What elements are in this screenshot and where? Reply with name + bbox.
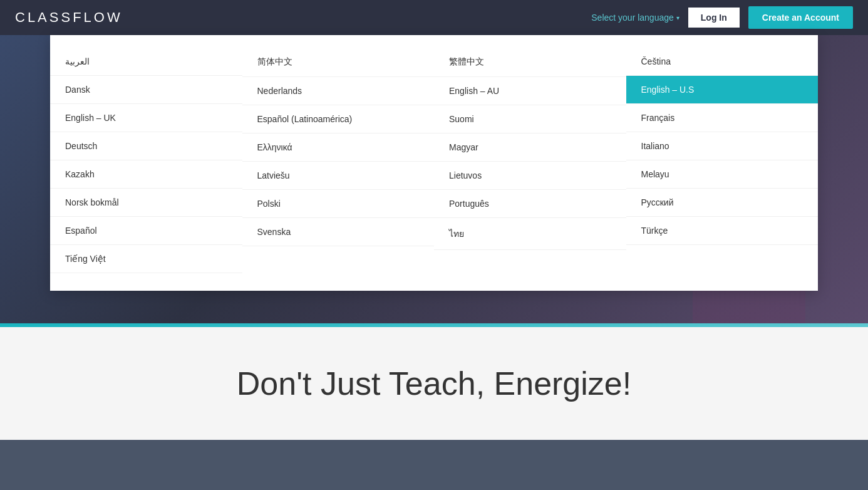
lang-column-1: العربية Dansk English – UK Deutsch Kazak… <box>50 48 242 278</box>
header: CLASSFLOW Select your language ▾ Log In … <box>0 0 868 35</box>
list-item[interactable]: Tiếng Việt <box>50 245 242 273</box>
list-item[interactable]: Italiano <box>626 132 819 160</box>
language-selector[interactable]: Select your language ▾ <box>591 13 679 23</box>
list-item[interactable]: ไทย <box>434 218 626 250</box>
list-item[interactable]: Español <box>50 217 242 245</box>
lang-column-3: 繁體中文 English – AU Suomi Magyar Lietuvos … <box>434 48 626 278</box>
list-item[interactable]: Ελληνικά <box>242 133 435 162</box>
list-item[interactable]: العربية <box>50 48 242 76</box>
bottom-tagline: Don't Just Teach, Energize! <box>0 365 868 402</box>
chevron-down-icon: ▾ <box>676 14 679 21</box>
language-dropdown: العربية Dansk English – UK Deutsch Kazak… <box>50 35 818 291</box>
list-item[interactable]: Lietuvos <box>434 162 626 190</box>
list-item[interactable]: Türkçe <box>626 217 819 245</box>
list-item[interactable]: Kazakh <box>50 160 242 189</box>
lang-column-2: 简体中文 Nederlands Español (Latinoamérica) … <box>242 48 435 278</box>
list-item[interactable]: Čeština <box>626 48 819 76</box>
list-item[interactable]: Latviešu <box>242 162 435 190</box>
list-item[interactable]: Deutsch <box>50 132 242 160</box>
list-item[interactable]: Nederlands <box>242 77 435 105</box>
language-selector-label: Select your language <box>591 13 674 23</box>
list-item[interactable]: Polski <box>242 190 435 218</box>
list-item[interactable]: Svenska <box>242 218 435 246</box>
lang-column-4: Čeština English – U.S Français Italiano … <box>626 48 819 278</box>
bottom-section: Don't Just Teach, Energize! <box>0 327 868 440</box>
language-grid: العربية Dansk English – UK Deutsch Kazak… <box>50 48 818 278</box>
list-item[interactable]: Melayu <box>626 160 819 189</box>
list-item[interactable]: Español (Latinoamérica) <box>242 105 435 133</box>
list-item[interactable]: Русский <box>626 189 819 217</box>
list-item[interactable]: Português <box>434 190 626 218</box>
list-item[interactable]: English – AU <box>434 77 626 105</box>
list-item[interactable]: 简体中文 <box>242 48 435 77</box>
list-item[interactable]: 繁體中文 <box>434 48 626 77</box>
list-item[interactable]: English – UK <box>50 104 242 132</box>
list-item[interactable]: Suomi <box>434 105 626 133</box>
list-item[interactable]: Norsk bokmål <box>50 189 242 217</box>
login-button[interactable]: Log In <box>687 6 741 29</box>
list-item[interactable]: Français <box>626 104 819 132</box>
list-item[interactable]: Magyar <box>434 133 626 162</box>
logo: CLASSFLOW <box>15 9 123 26</box>
list-item[interactable]: Dansk <box>50 76 242 104</box>
list-item-english-us[interactable]: English – U.S <box>626 76 819 104</box>
header-right: Select your language ▾ Log In Create an … <box>591 6 853 29</box>
create-account-button[interactable]: Create an Account <box>748 6 853 29</box>
